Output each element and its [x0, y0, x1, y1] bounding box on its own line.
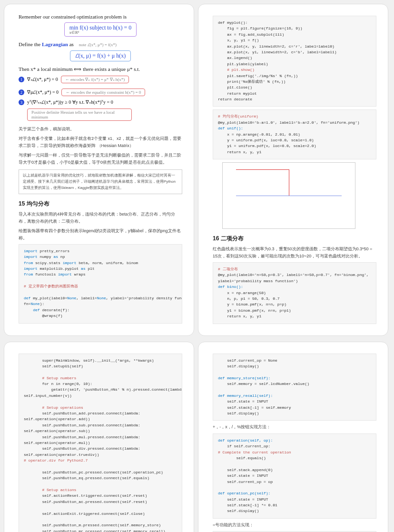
formula1-wrap: min f(x) subject to h(x) = 0 x∈ℝᵈ — [19, 20, 182, 39]
para15a: 导入本次实验所用的4种常见分布，连续分布的代表：beta分布、正态分布，均匀分布… — [19, 211, 182, 225]
para-ops: +，-，x，/，%按钮实现方法： — [213, 424, 376, 430]
def-c: as — [69, 41, 74, 47]
bullet-1: 1 ∇ₓ𝓛(x*, μ*) = 0 ← encodes ∇ₓ f(x*) = μ… — [19, 74, 182, 85]
formula-lagrangian: 𝓛(x, μ) = f(x) + μ h(x) — [70, 50, 131, 61]
spread-1: Remember our constrained optimization pr… — [4, 4, 390, 336]
code-block-1: import pretty_errors import numpy as np … — [19, 244, 182, 324]
b1-eq: ∇ₓ𝓛(x*, μ*) = 0 — [27, 77, 58, 82]
spread-2: super(MainWindow, self).__init__(*args, … — [4, 342, 390, 532]
b3-box: Positive definite Hessian tells us we ha… — [27, 108, 132, 121]
page-1: Remember our constrained optimization pr… — [4, 4, 194, 336]
para-after1: 关于第三个条件，稍加说明。 — [19, 126, 182, 132]
formula-min-text: min f(x) subject to h(x) = 0 — [69, 24, 132, 31]
def-b: Lagrangian — [42, 41, 68, 47]
para-eq: =号功能的方法实现： — [213, 522, 376, 528]
opt-intro: Remember our constrained optimization pr… — [19, 14, 182, 20]
code-block-9: def operation(self, op): if self.current… — [213, 433, 376, 519]
formula2-wrap: 𝓛(x, μ) = f(x) + μ h(x) — [19, 49, 182, 63]
b3-box-wrap: Positive definite Hessian tells us we ha… — [27, 107, 182, 123]
formula-sub: x∈ℝᵈ — [69, 30, 132, 35]
b2-eq: ∇μ𝓛(x*, μ*) = 0 — [27, 89, 59, 95]
page-4: self.current_op = None self.display() de… — [198, 342, 388, 532]
then-line: Then x* a local minimum ⟺ there exists a… — [19, 66, 182, 72]
uniform-plot — [222, 162, 355, 229]
def-note: note 𝓛(x*, μ*) = f(x*) — [79, 42, 117, 47]
def-line: Define the Lagrangian as note 𝓛(x*, μ*) … — [19, 41, 182, 48]
code-block-3: # 均匀分布(uniform) @my_plot(label0='b-a=1.0… — [213, 109, 376, 159]
para15b: 绘图装饰器带有四个参数分别表示legend的2类说明文字，y轴label，保存的… — [19, 227, 182, 241]
page-2: def myplot(): fig = plt.figure(figsize=(… — [198, 4, 388, 336]
para-after2: 对于含有多个变量，比如本例子就含有2个变量 x1、x2，就是一个多元优化问题，需… — [19, 135, 182, 149]
code-block-4: # 二项分布 @my_plot(label0='n=50,p=0.3', lab… — [213, 262, 376, 324]
def-a: Define the — [19, 41, 42, 47]
para-after3: 与求解一元问题一样，仅凭一阶导数等于是无法判断极值的，需要求二阶导，并且二阶导大… — [19, 152, 182, 166]
page-3: super(MainWindow, self).__init__(*args, … — [4, 342, 194, 532]
b1-box: ← encodes ∇ₓ f(x*) = μ* ∇ₓ h(x*) — [61, 76, 129, 83]
bullet-2: 2 ∇μ𝓛(x*, μ*) = 0 ← encodes the equality… — [19, 87, 182, 98]
code-block-2: def myplot(): fig = plt.figure(figsize=(… — [213, 16, 376, 107]
code-block-5: super(MainWindow, self).__init__(*args, … — [19, 354, 182, 532]
bullet-3: 3 yᵀ(∇²ₓₓ𝓛(x*, μ*))y ≥ 0 ∀y s.t. ∇ₓh(x*)… — [19, 99, 182, 105]
formula-min: min f(x) subject to h(x) = 0 x∈ℝᵈ — [64, 22, 137, 37]
bullet-num-1: 1 — [19, 77, 24, 82]
code-block-8: self.current_op = None self.display() de… — [213, 354, 376, 421]
heading-16: 16 二项分布 — [213, 235, 376, 243]
b2-box: ← encodes the equality constraint h(x*) … — [61, 89, 145, 96]
heading-15: 15 均匀分布 — [19, 200, 182, 208]
bullet-num-3: 3 — [19, 99, 24, 105]
b3-eq: yᵀ(∇²ₓₓ𝓛(x*, μ*))y ≥ 0 ∀y s.t. ∇ₓh(x*)ᵀy… — [27, 99, 113, 105]
boxed-para: 以上就是机器学习最常用的优化技巧，就地取材数加机借图来讲解，相信大家已经对其有一… — [19, 169, 182, 194]
bullet-num-2: 2 — [19, 89, 24, 95]
para16: 红色曲线表示发生一次概率为0.3，重复50次的密度函数，二项分布期望值为0.3*… — [213, 246, 376, 259]
